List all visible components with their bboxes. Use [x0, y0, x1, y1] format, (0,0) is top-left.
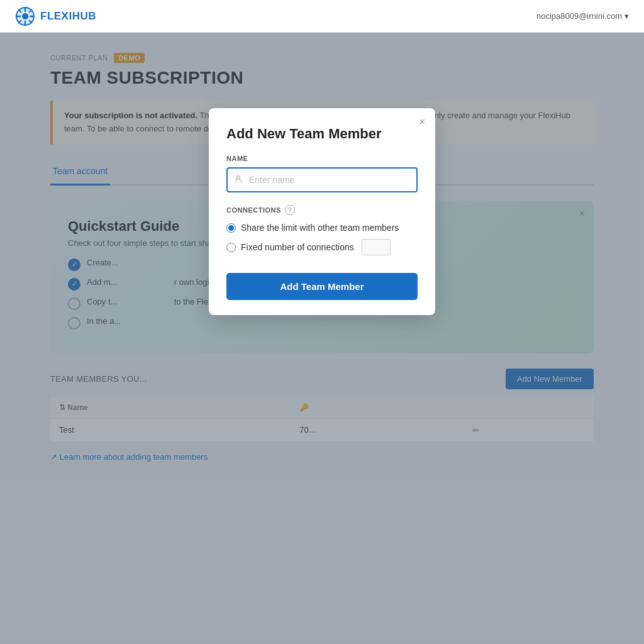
share-limit-label: Share the limit with other team members [241, 223, 399, 233]
fixed-connections-radio[interactable] [226, 243, 236, 252]
dropdown-arrow-icon: ▾ [625, 11, 629, 21]
share-limit-option[interactable]: Share the limit with other team members [226, 223, 418, 233]
header: FLEXIHUB nocipa8009@irnini.com ▾ [0, 0, 644, 33]
logo-area: FLEXIHUB [15, 6, 96, 26]
name-label: NAME [226, 155, 418, 162]
connections-label: CONNECTIONS [226, 206, 281, 214]
add-team-member-button[interactable]: Add Team Member [226, 273, 418, 300]
help-icon[interactable]: ? [285, 205, 295, 215]
modal-title: Add New Team Member [226, 126, 418, 142]
modal-close-icon[interactable]: × [419, 117, 425, 127]
connections-label-row: CONNECTIONS ? [226, 205, 418, 215]
fixed-number-input[interactable] [362, 239, 391, 255]
share-limit-radio[interactable] [226, 223, 236, 233]
user-email: nocipa8009@irnini.com [536, 11, 622, 21]
fixed-connections-label: Fixed number of connections [241, 242, 354, 252]
svg-point-15 [237, 176, 240, 179]
svg-point-2 [22, 13, 28, 19]
name-input[interactable] [226, 167, 418, 192]
fixed-connections-option[interactable]: Fixed number of connections [226, 239, 418, 255]
logo-icon [15, 6, 35, 26]
name-input-wrap [226, 167, 418, 192]
logo-text: FLEXIHUB [40, 10, 96, 23]
modal-overlay: × Add New Team Member NAME CONNECTIONS ?… [0, 33, 644, 644]
add-member-modal: × Add New Team Member NAME CONNECTIONS ?… [209, 108, 435, 315]
user-menu[interactable]: nocipa8009@irnini.com ▾ [536, 11, 629, 21]
person-icon [234, 175, 243, 186]
